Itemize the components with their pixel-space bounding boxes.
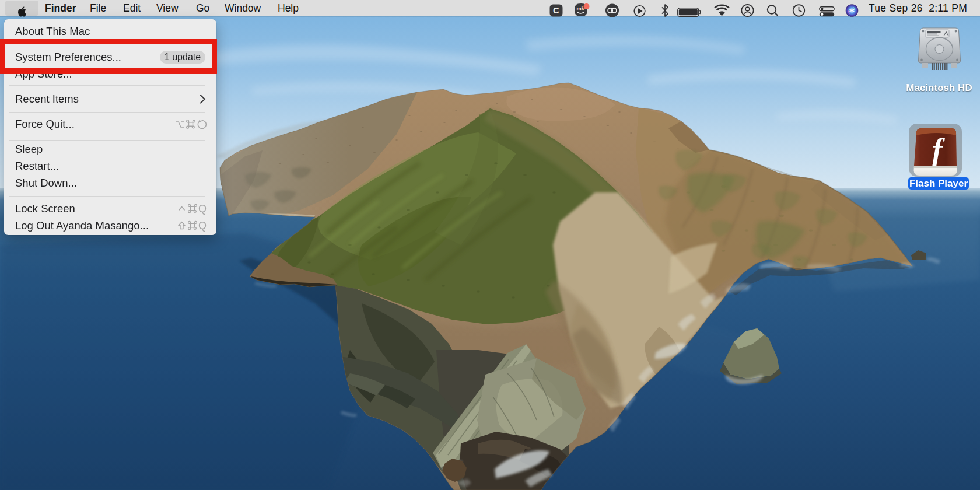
svg-text:C: C <box>553 5 559 15</box>
svg-text:mk: mk <box>576 6 584 12</box>
